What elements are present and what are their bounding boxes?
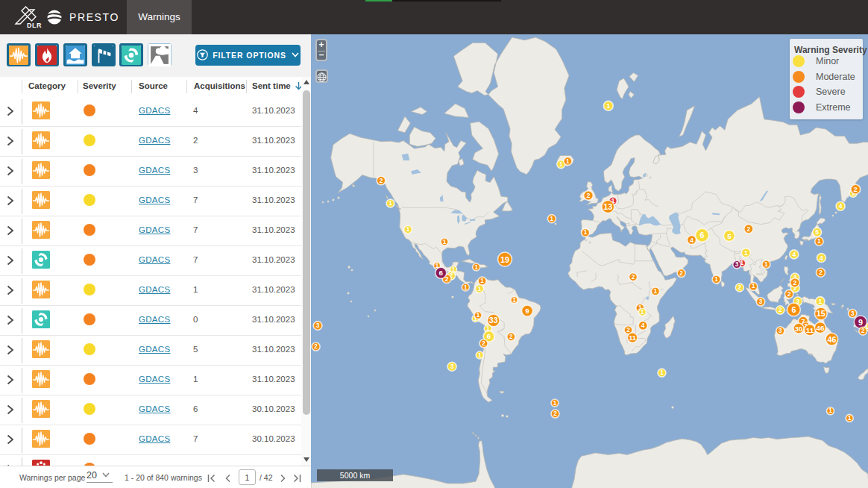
svg-text:1: 1 [480,278,484,284]
svg-text:1: 1 [559,161,563,168]
svg-text:2: 2 [626,327,630,334]
svg-text:1: 1 [752,283,755,290]
svg-text:1: 1 [477,312,480,319]
svg-text:11: 11 [629,334,636,342]
svg-text:6: 6 [791,305,796,314]
svg-text:2: 2 [509,334,513,340]
svg-text:1: 1 [389,200,392,207]
svg-text:6: 6 [487,332,491,340]
svg-text:3: 3 [779,328,782,334]
svg-text:1: 1 [828,407,832,414]
svg-text:1: 1 [764,261,768,268]
svg-text:2: 2 [553,410,557,417]
svg-text:1: 1 [406,226,410,233]
svg-text:4: 4 [792,251,796,258]
svg-text:6: 6 [439,269,444,277]
svg-text:2: 2 [679,270,683,277]
svg-text:30: 30 [795,325,802,333]
svg-text:46: 46 [827,335,836,344]
svg-text:3: 3 [316,322,320,329]
svg-text:1: 1 [584,229,588,236]
svg-text:1: 1 [817,238,821,245]
svg-text:4: 4 [839,202,843,210]
svg-text:6: 6 [699,231,704,240]
svg-text:2: 2 [779,307,782,313]
svg-text:2: 2 [854,186,858,193]
svg-text:2: 2 [632,274,635,281]
svg-text:5: 5 [815,228,819,236]
svg-text:9: 9 [525,307,529,315]
svg-text:2: 2 [587,192,591,199]
svg-text:1: 1 [641,309,644,316]
svg-text:2: 2 [482,340,485,347]
svg-text:1: 1 [443,239,447,245]
svg-text:3: 3 [759,298,763,305]
svg-text:1: 1 [660,369,664,376]
svg-text:1: 1 [452,266,456,273]
svg-text:2: 2 [787,291,791,298]
svg-text:1: 1 [848,415,852,422]
svg-text:3: 3 [735,261,739,268]
svg-text:2: 2 [747,225,751,233]
svg-text:2: 2 [380,177,383,184]
svg-text:33: 33 [489,316,498,325]
svg-text:1: 1 [474,264,478,271]
svg-text:1: 1 [478,352,482,359]
svg-text:9: 9 [858,318,863,327]
svg-text:2: 2 [819,269,823,276]
svg-text:4: 4 [690,237,694,244]
svg-text:46: 46 [816,324,824,332]
svg-text:1: 1 [550,216,554,222]
svg-text:1: 1 [606,102,610,110]
svg-text:1: 1 [654,288,658,295]
svg-text:1: 1 [714,276,718,283]
svg-text:1: 1 [566,158,570,165]
svg-text:2: 2 [793,279,797,287]
svg-text:1: 1 [478,286,482,293]
svg-text:1: 1 [512,297,516,304]
svg-text:11: 11 [806,326,814,334]
svg-text:1: 1 [553,400,557,407]
svg-text:4: 4 [641,322,645,329]
svg-text:4: 4 [820,254,823,262]
svg-text:1: 1 [744,249,748,257]
svg-text:1: 1 [464,284,468,291]
svg-text:3: 3 [851,310,855,317]
svg-text:2: 2 [861,328,865,334]
svg-text:2: 2 [738,284,742,291]
svg-text:2: 2 [314,343,318,350]
svg-text:3: 3 [450,363,454,370]
svg-text:5: 5 [727,232,732,240]
svg-text:1: 1 [818,298,822,305]
svg-text:19: 19 [500,255,509,264]
svg-text:15: 15 [817,309,825,318]
svg-text:13: 13 [603,202,612,211]
